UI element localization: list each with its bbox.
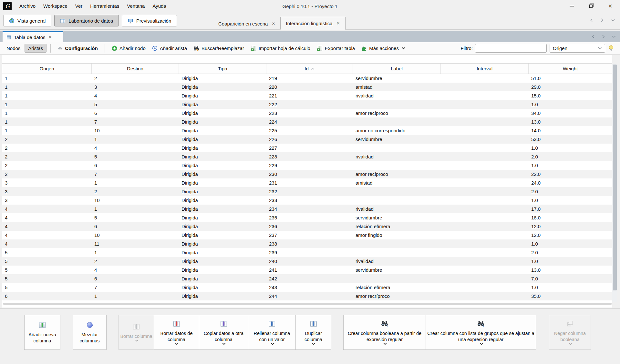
tab-list-icon[interactable] bbox=[611, 19, 615, 22]
scroll-left-icon[interactable] bbox=[590, 18, 593, 22]
table-cell[interactable]: 7.0 bbox=[529, 274, 612, 283]
column-header-weight[interactable]: Weight bbox=[529, 64, 612, 74]
table-cell[interactable]: servidumbre bbox=[353, 213, 441, 222]
importar-hoja-button[interactable]: Importar hoja de cálculo bbox=[251, 46, 310, 51]
table-cell[interactable]: 225 bbox=[266, 126, 353, 135]
table-cell[interactable] bbox=[441, 178, 529, 187]
menu-herramientas[interactable]: Herramientas bbox=[86, 0, 123, 12]
table-row[interactable]: 25Dirigida228rivalidad2.0 bbox=[2, 152, 612, 161]
column-header-destino[interactable]: Destino bbox=[92, 64, 179, 74]
anadir-arista-button[interactable]: Añadir arista bbox=[152, 46, 187, 51]
table-cell[interactable] bbox=[353, 248, 441, 257]
table-cell[interactable] bbox=[441, 117, 529, 126]
column-header-id[interactable]: Id bbox=[266, 64, 353, 74]
table-cell[interactable]: 1.0 bbox=[529, 100, 612, 109]
table-cell[interactable]: 13.0 bbox=[529, 266, 612, 274]
table-cell[interactable]: 1 bbox=[92, 205, 179, 213]
table-cell[interactable]: rivalidad bbox=[353, 91, 441, 100]
table-row[interactable]: 51Dirigida2392.0 bbox=[2, 248, 612, 257]
table-cell[interactable]: 51.0 bbox=[529, 74, 612, 83]
buscar-reemplazar-button[interactable]: Buscar/Reemplazar bbox=[193, 46, 244, 51]
table-cell[interactable]: 17.0 bbox=[529, 205, 612, 213]
table-row[interactable]: 17Dirigida22413.0 bbox=[2, 117, 612, 126]
table-cell[interactable]: 7 bbox=[92, 283, 179, 292]
table-cell[interactable]: 4 bbox=[2, 213, 92, 222]
table-cell[interactable]: Dirigida bbox=[179, 274, 266, 283]
close-icon[interactable]: ✕ bbox=[272, 22, 275, 26]
table-cell[interactable] bbox=[353, 196, 441, 205]
column-header-label[interactable]: Label bbox=[353, 64, 441, 74]
table-cell[interactable]: 5 bbox=[92, 152, 179, 161]
table-cell[interactable]: 220 bbox=[266, 83, 353, 91]
table-cell[interactable]: 15.0 bbox=[529, 91, 612, 100]
table-row[interactable]: 411Dirigida2381.0 bbox=[2, 239, 612, 248]
anadir-nodo-button[interactable]: Añadir nodo bbox=[112, 46, 146, 51]
table-cell[interactable]: amor no correspondido bbox=[353, 126, 441, 135]
table-cell[interactable]: 5 bbox=[2, 257, 92, 266]
table-cell[interactable]: Dirigida bbox=[179, 222, 266, 231]
table-cell[interactable]: 1.0 bbox=[529, 283, 612, 292]
workspace-tab-coaparicion-en-escena[interactable]: Coaparición en escena ✕ bbox=[213, 17, 280, 30]
filtro-input[interactable] bbox=[475, 44, 547, 53]
restore-button[interactable] bbox=[581, 0, 601, 12]
table-cell[interactable]: rivalidad bbox=[353, 152, 441, 161]
close-button[interactable]: ✕ bbox=[601, 0, 620, 12]
table-cell[interactable]: 222 bbox=[266, 100, 353, 109]
borrar-datos-de-columna-button[interactable]: Borrar datos de columna bbox=[154, 315, 199, 350]
table-cell[interactable] bbox=[441, 187, 529, 196]
table-cell[interactable]: Dirigida bbox=[179, 239, 266, 248]
table-row[interactable]: 46Dirigida236relación efímera12.0 bbox=[2, 222, 612, 231]
table-cell[interactable]: 2.0 bbox=[529, 248, 612, 257]
table-cell[interactable]: 34.0 bbox=[529, 109, 612, 117]
table-cell[interactable]: 24.0 bbox=[529, 178, 612, 187]
table-cell[interactable]: 227 bbox=[266, 144, 353, 152]
table-cell[interactable]: 2.0 bbox=[529, 187, 612, 196]
table-cell[interactable]: 1 bbox=[92, 135, 179, 144]
table-cell[interactable]: servidumbre bbox=[353, 266, 441, 274]
table-cell[interactable]: 244 bbox=[266, 292, 353, 300]
table-cell[interactable] bbox=[353, 144, 441, 152]
table-cell[interactable]: 224 bbox=[266, 117, 353, 126]
tab-previsualizacion[interactable]: Previsualización bbox=[122, 15, 177, 26]
table-cell[interactable] bbox=[441, 196, 529, 205]
configuracion-button[interactable]: Configuración bbox=[57, 46, 98, 51]
table-cell[interactable]: 237 bbox=[266, 231, 353, 239]
copiar-datos-a-otra-columna-button[interactable]: Copiar datos a otra columna bbox=[199, 315, 248, 350]
table-cell[interactable]: Dirigida bbox=[179, 91, 266, 100]
table-cell[interactable]: 239 bbox=[266, 248, 353, 257]
table-cell[interactable] bbox=[441, 126, 529, 135]
anadir-nueva-columna-button[interactable]: Añadir nueva columna bbox=[24, 315, 60, 350]
table-row[interactable]: 41Dirigida234rivalidad17.0 bbox=[2, 205, 612, 213]
table-cell[interactable]: Dirigida bbox=[179, 266, 266, 274]
table-cell[interactable]: 240 bbox=[266, 257, 353, 266]
table-cell[interactable]: 7 bbox=[92, 170, 179, 178]
scrollbar-thumb[interactable] bbox=[613, 65, 617, 290]
table-cell[interactable] bbox=[441, 152, 529, 161]
column-header-tipo[interactable]: Tipo bbox=[179, 64, 266, 74]
table-cell[interactable] bbox=[441, 248, 529, 257]
table-cell[interactable]: Dirigida bbox=[179, 205, 266, 213]
mezclar-columnas-button[interactable]: Mezclar columnas bbox=[73, 315, 107, 350]
table-cell[interactable]: 13.0 bbox=[529, 117, 612, 126]
table-cell[interactable]: Dirigida bbox=[179, 152, 266, 161]
table-cell[interactable]: 4 bbox=[2, 205, 92, 213]
table-cell[interactable]: 235 bbox=[266, 213, 353, 222]
table-cell[interactable]: 2 bbox=[2, 170, 92, 178]
table-cell[interactable]: Dirigida bbox=[179, 144, 266, 152]
menu-ver[interactable]: Ver bbox=[71, 0, 87, 12]
table-cell[interactable]: 230 bbox=[266, 170, 353, 178]
table-cell[interactable]: servidumbre bbox=[353, 74, 441, 83]
table-cell[interactable]: 243 bbox=[266, 283, 353, 292]
vertical-scrollbar[interactable] bbox=[612, 64, 617, 302]
table-cell[interactable]: relación efímera bbox=[353, 283, 441, 292]
table-row[interactable]: 310Dirigida2331.0 bbox=[2, 196, 612, 205]
table-cell[interactable]: amistad bbox=[353, 178, 441, 187]
table-cell[interactable]: 238 bbox=[266, 239, 353, 248]
table-cell[interactable]: Dirigida bbox=[179, 257, 266, 266]
crear-columna-con-lista-de-grupos-que-se-ajustan-a-una-expresion-regular-button[interactable]: Crear columna con lista de grupos que se… bbox=[426, 315, 536, 350]
table-cell[interactable]: 234 bbox=[266, 205, 353, 213]
table-row[interactable]: 31Dirigida231amistad24.0 bbox=[2, 178, 612, 187]
table-cell[interactable]: 1.0 bbox=[529, 144, 612, 152]
table-cell[interactable]: rivalidad bbox=[353, 205, 441, 213]
duplicar-columna-button[interactable]: Duplicar columna bbox=[295, 315, 331, 350]
